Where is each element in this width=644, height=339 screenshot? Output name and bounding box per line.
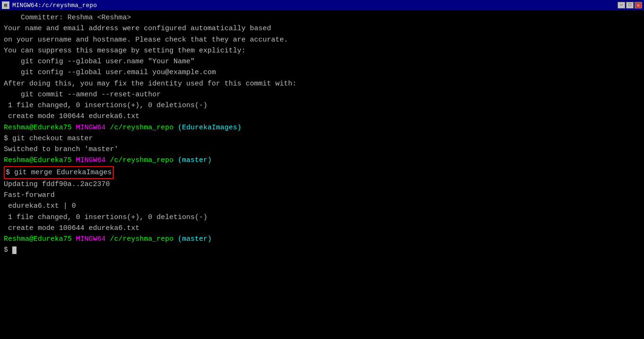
maximize-button[interactable]: □ (626, 2, 634, 8)
terminal-line: 1 file changed, 0 insertions(+), 0 delet… (4, 212, 640, 223)
terminal-line: git config --global user.email you@examp… (4, 67, 640, 78)
terminal-line: Updating fddf90a..2ac2370 (4, 179, 640, 190)
terminal-line: You can suppress this message by setting… (4, 45, 640, 56)
terminal-line: git config --global user.name "Your Name… (4, 56, 640, 67)
prompt-branch: (master) (178, 235, 212, 243)
terminal-line: 1 file changed, 0 insertions(+), 0 delet… (4, 100, 640, 111)
command-highlight-box: $ git merge EdurekaImages (4, 166, 114, 179)
terminal-line: $ git checkout master (4, 133, 640, 144)
prompt-dir: /c/reyshma_repo (106, 235, 178, 243)
terminal-window[interactable]: Committer: Reshma <Reshma>Your name and … (0, 10, 644, 339)
terminal-line: Reshma@Edureka75 MINGW64 /c/reyshma_repo… (4, 234, 640, 245)
title-bar-left: ▤ MINGW64:/c/reyshma_repo (2, 1, 97, 9)
terminal-line: $ (4, 245, 640, 255)
title-bar: ▤ MINGW64:/c/reyshma_repo ─ □ ✕ (0, 0, 644, 10)
terminal-icon: ▤ (2, 1, 9, 9)
prompt-user: Reshma@Edureka75 (4, 156, 72, 164)
terminal-line: Reshma@Edureka75 MINGW64 /c/reyshma_repo… (4, 155, 640, 166)
prompt-user: Reshma@Edureka75 (4, 235, 72, 243)
prompt-path: MINGW64 (76, 235, 106, 243)
prompt-branch: (master) (178, 156, 212, 164)
terminal-line: Committer: Reshma <Reshma> (4, 12, 640, 23)
close-button[interactable]: ✕ (635, 2, 642, 8)
highlighted-command-line: $ git merge EdurekaImages (4, 166, 640, 179)
prompt-dir: /c/reyshma_repo (106, 156, 178, 164)
terminal-cursor (12, 246, 17, 254)
terminal-line: create mode 100644 edureka6.txt (4, 111, 640, 122)
prompt-path: MINGW64 (76, 156, 106, 164)
prompt-dollar: $ (4, 246, 12, 254)
terminal-line: Your name and email address were configu… (4, 23, 640, 34)
terminal-line: Fast-forward (4, 190, 640, 201)
window-controls: ─ □ ✕ (618, 2, 642, 8)
prompt-dir: /c/reyshma_repo (106, 124, 178, 132)
terminal-line: Reshma@Edureka75 MINGW64 /c/reyshma_repo… (4, 122, 640, 133)
terminal-line: After doing this, you may fix the identi… (4, 78, 640, 89)
terminal-line: create mode 100644 edureka6.txt (4, 223, 640, 234)
terminal-line: Switched to branch 'master' (4, 144, 640, 155)
minimize-button[interactable]: ─ (618, 2, 625, 8)
prompt-user: Reshma@Edureka75 (4, 124, 72, 132)
terminal-line: on your username and hostname. Please ch… (4, 34, 640, 45)
prompt-branch: (EdurekaImages) (178, 124, 241, 132)
prompt-path: MINGW64 (76, 124, 106, 132)
terminal-line: edureka6.txt | 0 (4, 201, 640, 212)
window-title: MINGW64:/c/reyshma_repo (12, 2, 97, 9)
terminal-line: git commit --amend --reset-author (4, 89, 640, 100)
